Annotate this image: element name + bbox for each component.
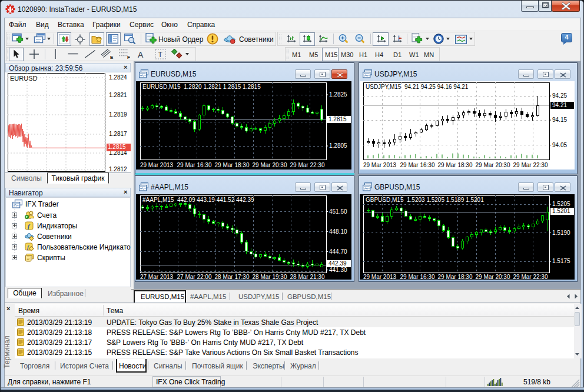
svg-text:T: T bbox=[158, 51, 163, 59]
svg-text:E: E bbox=[110, 55, 114, 60]
svg-text:F: F bbox=[127, 55, 130, 60]
